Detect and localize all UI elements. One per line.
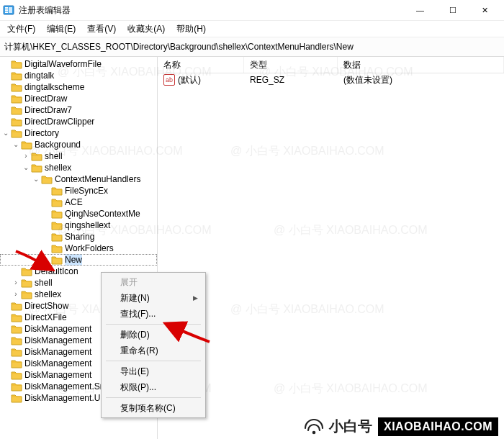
- ctx-export[interactable]: 导出(E): [103, 363, 204, 379]
- tree-item-label: DiskManagement: [24, 346, 91, 358]
- svg-point-5: [312, 430, 316, 434]
- regedit-icon: [3, 4, 14, 16]
- ctx-delete[interactable]: 删除(D): [103, 327, 204, 343]
- context-menu: 展开 新建(N) ▶ 查找(F)... 删除(D) 重命名(R) 导出(E) 权…: [101, 272, 206, 418]
- branding-logo-text: 小白号: [329, 417, 372, 436]
- folder-icon: [31, 163, 42, 173]
- tree-item-label: qingshellext: [65, 220, 110, 231]
- expand-icon[interactable]: ›: [22, 150, 30, 162]
- tree-item[interactable]: FileSyncEx: [0, 185, 157, 196]
- tree-item-label: DirectDraw: [24, 93, 67, 104]
- menu-help[interactable]: 帮助(H): [172, 22, 210, 37]
- tree-item[interactable]: WorkFolders: [0, 243, 157, 254]
- tree-item-label: QingNseContextMe: [65, 208, 140, 220]
- col-type[interactable]: 类型: [244, 57, 338, 73]
- tree-item[interactable]: ACE: [0, 196, 157, 208]
- tree-item-label: Sharing: [65, 231, 94, 243]
- tree-item[interactable]: DirectDrawClipper: [0, 116, 157, 127]
- tree-item[interactable]: New: [0, 254, 157, 266]
- folder-icon: [51, 220, 63, 230]
- menu-favorites[interactable]: 收藏夹(A): [123, 22, 169, 37]
- ctx-find[interactable]: 查找(F)...: [103, 306, 204, 322]
- value-data: (数值未设置): [338, 74, 504, 86]
- tree-item[interactable]: ⌄ Directory: [0, 127, 157, 139]
- folder-icon: [11, 128, 22, 138]
- tree-item[interactable]: dingtalkscheme: [0, 81, 157, 93]
- tree-item-label: DirectXFile: [24, 312, 67, 323]
- tree-item[interactable]: ⌄ Background: [0, 139, 157, 150]
- ctx-expand[interactable]: 展开: [103, 274, 204, 290]
- tree-item[interactable]: ⌄ shellex: [0, 162, 157, 173]
- collapse-icon[interactable]: ⌄: [22, 162, 30, 173]
- ctx-rename[interactable]: 重命名(R): [103, 343, 204, 358]
- collapse-icon[interactable]: ⌄: [32, 173, 40, 185]
- tree-item[interactable]: ⌄ ContextMenuHandlers: [0, 173, 157, 185]
- tree-item[interactable]: DigitalWaveformFile: [0, 58, 157, 70]
- tree-item-label: ACE: [65, 196, 83, 208]
- tree-item-label: New: [65, 254, 82, 266]
- string-value-icon: ab: [163, 74, 175, 86]
- minimize-button[interactable]: —: [404, 0, 436, 20]
- tree-item[interactable]: Sharing: [0, 231, 157, 243]
- folder-icon: [11, 301, 22, 311]
- folder-icon: [21, 266, 32, 276]
- folder-icon: [51, 197, 63, 207]
- expand-icon[interactable]: ›: [12, 289, 20, 300]
- folder-icon: [11, 117, 22, 127]
- ctx-separator: [106, 361, 201, 361]
- tree-item-label: DiskManagement: [24, 358, 91, 369]
- col-data[interactable]: 数据: [338, 57, 504, 73]
- list-pane[interactable]: 名称 类型 数据 ab (默认) REG_SZ (数值未设置): [158, 57, 504, 439]
- menu-edit[interactable]: 编辑(E): [42, 22, 80, 37]
- address-bar[interactable]: 计算机\HKEY_CLASSES_ROOT\Directory\Backgrou…: [0, 37, 504, 57]
- submenu-arrow-icon: ▶: [193, 294, 198, 302]
- value-type: REG_SZ: [244, 75, 338, 85]
- folder-icon: [11, 370, 22, 380]
- maximize-button[interactable]: ☐: [436, 0, 469, 20]
- tree-item[interactable]: › shell: [0, 150, 157, 162]
- folder-icon: [51, 209, 63, 219]
- list-row[interactable]: ab (默认) REG_SZ (数值未设置): [158, 73, 504, 86]
- branding: 小白号 XIAOBAIHAO.COM: [303, 417, 498, 436]
- folder-icon: [51, 243, 63, 253]
- col-name[interactable]: 名称: [158, 57, 244, 73]
- folder-icon: [21, 289, 32, 299]
- folder-icon: [11, 347, 22, 357]
- tree-item[interactable]: DirectDraw7: [0, 104, 157, 116]
- close-button[interactable]: ✕: [469, 0, 501, 20]
- folder-icon: [11, 59, 22, 69]
- menu-view[interactable]: 查看(V): [83, 22, 120, 37]
- tree-item[interactable]: dingtalk: [0, 70, 157, 81]
- folder-icon: [11, 358, 22, 368]
- ctx-separator: [106, 397, 201, 398]
- menu-bar: 文件(F) 编辑(E) 查看(V) 收藏夹(A) 帮助(H): [0, 21, 504, 37]
- ctx-new[interactable]: 新建(N) ▶: [103, 290, 204, 306]
- list-header: 名称 类型 数据: [158, 57, 504, 73]
- tree-item[interactable]: DirectDraw: [0, 93, 157, 104]
- folder-icon: [11, 335, 22, 345]
- tree-item-label: DiskManagement: [24, 323, 91, 335]
- expand-icon[interactable]: ›: [12, 277, 20, 289]
- menu-file[interactable]: 文件(F): [3, 22, 40, 37]
- folder-icon: [11, 94, 22, 104]
- svg-rect-1: [5, 7, 8, 9]
- tree-item-label: DiskManagement: [24, 335, 91, 346]
- ctx-copy-key-name[interactable]: 复制项名称(C): [103, 400, 204, 416]
- tree-item-label: DirectDraw7: [24, 104, 72, 116]
- tree-item[interactable]: qingshellext: [0, 220, 157, 231]
- tree-item[interactable]: QingNseContextMe: [0, 208, 157, 220]
- folder-icon: [11, 324, 22, 334]
- tree-item-label: WorkFolders: [65, 243, 114, 254]
- folder-icon: [11, 393, 22, 403]
- folder-icon: [11, 312, 22, 322]
- collapse-icon[interactable]: ⌄: [1, 127, 10, 139]
- tree-item-label: dingtalkscheme: [24, 81, 84, 93]
- svg-rect-4: [9, 7, 12, 13]
- tree-item-label: shellex: [35, 289, 61, 300]
- collapse-icon[interactable]: ⌄: [12, 139, 20, 150]
- tree-item-label: Directory: [24, 127, 59, 139]
- folder-icon: [41, 174, 53, 184]
- tree-item-label: dingtalk: [24, 70, 54, 81]
- tree-item-label: ContextMenuHandlers: [55, 173, 140, 185]
- ctx-permissions[interactable]: 权限(P)...: [103, 379, 204, 395]
